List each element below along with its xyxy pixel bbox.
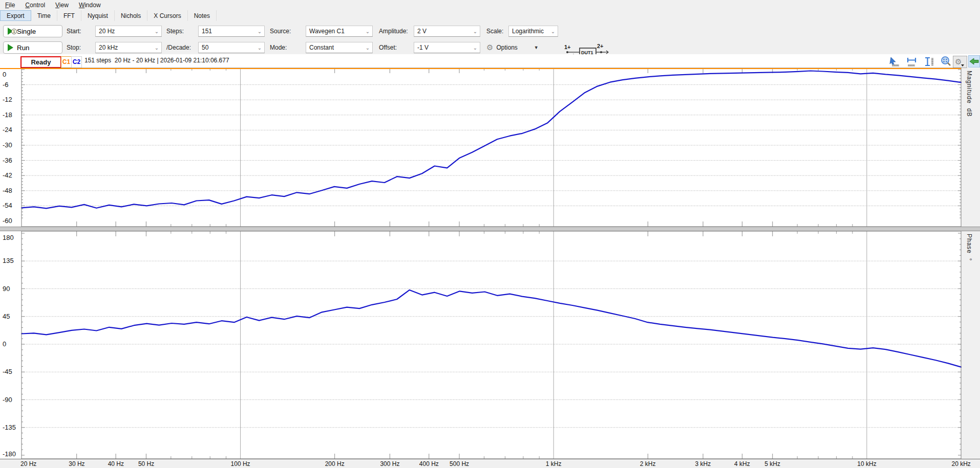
magnitude-axis-tick-label: -54 bbox=[3, 202, 12, 209]
magnitude-axis-tick-label: -42 bbox=[3, 171, 12, 179]
x-axis-tick-label: 2 kHz bbox=[640, 460, 656, 467]
right-axis-strip: Magnitude dB Phase ° bbox=[962, 68, 980, 468]
x-axis-tick-label: 20 kHz bbox=[952, 460, 971, 467]
x-axis-tick-label: 300 Hz bbox=[380, 460, 399, 467]
magnitude-axis-tick-label: -30 bbox=[3, 141, 12, 149]
magnitude-axis-tick-label: -48 bbox=[3, 187, 12, 194]
x-axis-tick-label: 3 kHz bbox=[695, 460, 711, 467]
phase-axis-tick-label: -135 bbox=[3, 424, 16, 431]
phase-axis-tick-label: 180 bbox=[3, 234, 14, 241]
bode-plot-canvas[interactable] bbox=[0, 0, 980, 468]
x-axis-tick-label: 10 kHz bbox=[857, 460, 876, 467]
network-analyzer-window: FileControlViewWindow ExportTimeFFTNyqui… bbox=[0, 0, 980, 468]
magnitude-axis-tick-label: -18 bbox=[3, 111, 12, 119]
x-axis-tick-label: 4 kHz bbox=[734, 460, 750, 467]
phase-axis-tick-label: -45 bbox=[3, 368, 12, 375]
phase-axis-label: Phase ° bbox=[966, 234, 973, 261]
phase-axis-tick-label: 45 bbox=[3, 313, 10, 320]
magnitude-axis-tick-label: 0 bbox=[3, 71, 6, 78]
phase-axis-tick-label: 135 bbox=[3, 257, 14, 264]
magnitude-axis-tick-label: -12 bbox=[3, 96, 12, 103]
phase-axis-tick-label: -180 bbox=[3, 450, 16, 458]
phase-axis-tick-label: -90 bbox=[3, 396, 12, 404]
magnitude-axis-label: Magnitude dB bbox=[966, 71, 973, 117]
magnitude-axis-tick-label: -60 bbox=[3, 217, 12, 225]
x-axis-tick-label: 1 kHz bbox=[546, 460, 562, 467]
phase-axis-tick-label: 0 bbox=[3, 340, 6, 348]
x-axis-tick-label: 20 Hz bbox=[20, 460, 36, 467]
x-axis-tick-label: 5 kHz bbox=[764, 460, 780, 467]
x-axis-tick-label: 200 Hz bbox=[325, 460, 345, 467]
plot-splitter-handle[interactable] bbox=[0, 227, 980, 231]
phase-axis-tick-label: 90 bbox=[3, 285, 10, 293]
magnitude-axis-tick-label: -24 bbox=[3, 126, 12, 133]
x-axis-tick-label: 30 Hz bbox=[69, 460, 84, 467]
x-axis-tick-label: 50 Hz bbox=[138, 460, 154, 467]
magnitude-axis-tick-label: -6 bbox=[3, 81, 9, 88]
x-axis-tick-label: 400 Hz bbox=[419, 460, 439, 467]
x-axis-tick-label: 40 Hz bbox=[108, 460, 124, 467]
magnitude-axis-tick-label: -36 bbox=[3, 157, 12, 164]
x-axis-tick-label: 100 Hz bbox=[231, 460, 250, 467]
x-axis-tick-label: 500 Hz bbox=[450, 460, 469, 467]
